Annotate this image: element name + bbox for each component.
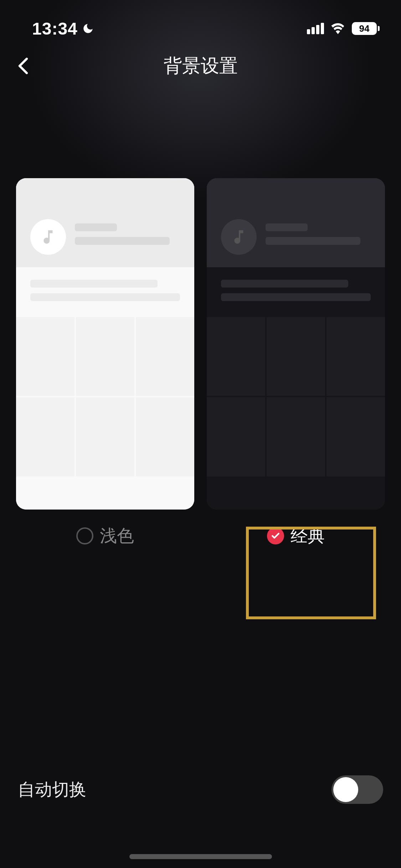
home-indicator (129, 854, 272, 859)
avatar-placeholder (221, 219, 257, 255)
preview-body (16, 267, 194, 510)
music-note-icon (230, 228, 248, 246)
status-time: 13:34 (32, 19, 78, 38)
theme-preview-dark (207, 178, 385, 510)
radio-unchecked-icon (76, 527, 93, 544)
check-icon (271, 531, 280, 541)
nav-header: 背景设置 (0, 43, 401, 89)
back-button[interactable] (18, 57, 29, 75)
page-title: 背景设置 (164, 53, 238, 78)
preview-header (207, 178, 385, 267)
theme-label-text: 浅色 (100, 525, 134, 547)
auto-switch-label: 自动切换 (18, 778, 86, 801)
preview-grid (207, 317, 385, 476)
theme-label-light: 浅色 (76, 525, 134, 547)
text-placeholder (266, 223, 371, 250)
theme-option-dark[interactable]: 经典 (207, 178, 385, 547)
battery-icon: 94 (352, 22, 380, 35)
theme-preview-light (16, 178, 194, 510)
toggle-knob (333, 777, 358, 802)
wifi-icon (330, 23, 345, 34)
preview-grid (16, 317, 194, 476)
theme-options: 浅色 (0, 178, 401, 547)
text-placeholder (75, 223, 180, 250)
auto-switch-toggle[interactable] (331, 775, 383, 804)
preview-header (16, 178, 194, 267)
status-left: 13:34 (32, 19, 94, 38)
theme-label-dark: 经典 (267, 525, 325, 547)
status-right: 94 (307, 22, 380, 35)
chevron-left-icon (18, 57, 29, 75)
signal-icon (307, 23, 324, 34)
battery-percent: 94 (359, 23, 370, 34)
radio-checked-icon (267, 527, 284, 544)
auto-switch-row: 自动切换 (0, 775, 401, 804)
status-bar: 13:34 94 (0, 0, 401, 43)
preview-body (207, 267, 385, 510)
theme-label-text: 经典 (291, 525, 325, 547)
music-note-icon (39, 228, 57, 246)
theme-option-light[interactable]: 浅色 (16, 178, 194, 547)
avatar-placeholder (30, 219, 66, 255)
moon-icon (82, 22, 94, 35)
